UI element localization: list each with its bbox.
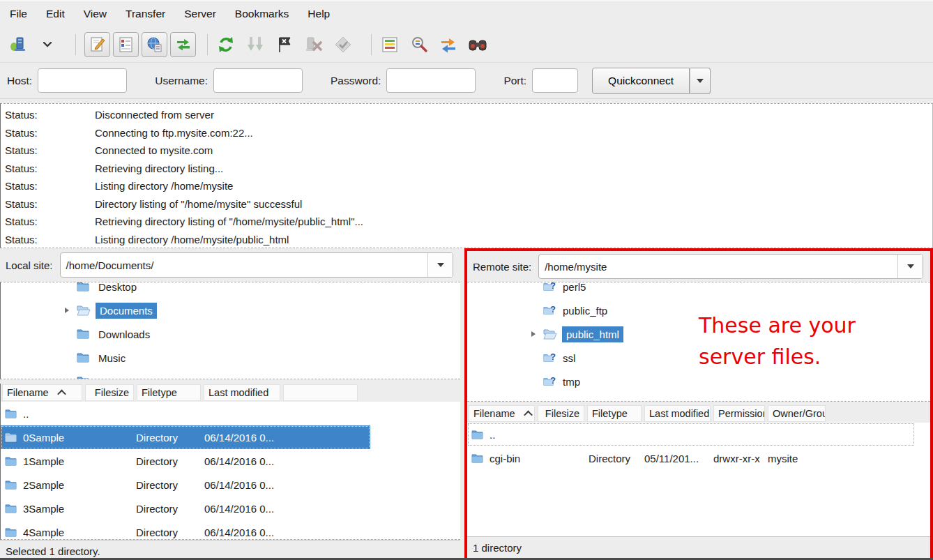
disconnect-button[interactable] xyxy=(304,34,324,55)
site-manager-dropdown-button[interactable] xyxy=(38,34,57,55)
password-input[interactable] xyxy=(386,68,476,93)
column-header-last-modified[interactable]: Last modified xyxy=(204,384,280,401)
menu-file[interactable]: File xyxy=(10,8,27,20)
tree-item-perl5[interactable]: ? perl5 xyxy=(467,282,930,298)
file-modified: 06/14/2016 0... xyxy=(204,432,295,444)
log-status-label: Status: xyxy=(5,234,95,245)
host-label: Host: xyxy=(7,75,32,87)
tree-item-label: public_ftp xyxy=(559,303,612,319)
menu-help[interactable]: Help xyxy=(308,8,330,20)
column-header-filename[interactable]: Filename xyxy=(469,405,535,422)
table-row[interactable]: 4Sample Directory 06/14/2016 0... xyxy=(1,520,370,540)
column-header-filetype[interactable]: Filetype xyxy=(587,405,642,422)
tree-item-label: Music xyxy=(94,350,130,366)
table-row-up[interactable]: .. xyxy=(1,402,370,425)
remote-status-text: 1 directory xyxy=(473,542,522,554)
tree-item-label: Documents xyxy=(96,303,157,319)
column-header-empty[interactable] xyxy=(283,384,358,401)
menu-bookmarks[interactable]: Bookmarks xyxy=(235,8,289,20)
local-site-label: Local site: xyxy=(6,259,53,271)
table-row[interactable]: cgi-bin Directory 05/11/201... drwxr-xr-… xyxy=(467,446,915,470)
remote-panel: Remote site: /home/mysite ? perl5 xyxy=(467,251,930,559)
quickconnect-dropdown-button[interactable] xyxy=(690,68,711,94)
tree-item-clipped[interactable]: O... xyxy=(1,370,460,379)
toolbar-separator xyxy=(75,34,76,55)
message-log[interactable]: Status: Disconnected from server Status:… xyxy=(0,103,933,248)
process-queue-button[interactable] xyxy=(245,34,265,55)
port-label: Port: xyxy=(503,75,526,87)
filezilla-window: File Edit View Transfer Server Bookmarks… xyxy=(0,0,933,560)
column-header-filename[interactable]: Filename xyxy=(2,384,82,401)
cancel-operation-button[interactable] xyxy=(275,34,294,55)
directory-comparison-button[interactable] xyxy=(409,34,429,55)
file-name: .. xyxy=(490,429,541,441)
menu-view[interactable]: View xyxy=(84,8,107,20)
remote-site-dropdown-button[interactable] xyxy=(897,255,923,278)
tree-item-documents[interactable]: Documents xyxy=(1,298,460,322)
toggle-transfer-queue-button[interactable] xyxy=(170,32,196,57)
menu-edit[interactable]: Edit xyxy=(46,8,65,20)
toggle-remote-tree-button[interactable] xyxy=(142,32,167,57)
column-header-filesize[interactable]: Filesize xyxy=(538,405,584,422)
reconnect-icon xyxy=(334,36,352,54)
file-type: Directory xyxy=(589,453,644,464)
log-message: Disconnected from server xyxy=(95,109,214,121)
table-row[interactable]: 1Sample Directory 06/14/2016 0... xyxy=(1,449,370,473)
tree-item-desktop[interactable]: Desktop xyxy=(1,282,460,298)
menu-transfer[interactable]: Transfer xyxy=(126,8,165,20)
column-header-permissions[interactable]: Permissions xyxy=(713,405,765,422)
question-folder-icon: ? xyxy=(543,354,554,363)
site-manager-button[interactable] xyxy=(8,34,28,55)
question-folder-icon: ? xyxy=(543,306,554,315)
column-header-filetype[interactable]: Filetype xyxy=(137,384,201,401)
local-site-combo[interactable]: /home/Documents/ xyxy=(60,252,453,278)
file-owner-group: mysite xyxy=(768,453,824,464)
log-status-label: Status: xyxy=(5,198,95,210)
tree-item-music[interactable]: Music xyxy=(1,346,460,370)
port-input[interactable] xyxy=(532,68,578,93)
log-message: Retrieving directory listing... xyxy=(95,162,223,174)
tree-item-tmp[interactable]: ? tmp xyxy=(467,370,930,393)
process-queue-icon xyxy=(247,36,264,54)
log-row: Status: Connecting to ftp.mysite.com:22.… xyxy=(5,124,932,142)
find-files-button[interactable] xyxy=(468,34,487,55)
table-row[interactable]: 3Sample Directory 06/14/2016 0... xyxy=(1,497,370,520)
expander-icon[interactable] xyxy=(65,308,77,313)
table-row-up[interactable]: .. xyxy=(467,423,915,446)
local-site-dropdown-button[interactable] xyxy=(427,253,453,277)
toggle-local-tree-button[interactable] xyxy=(113,32,139,57)
username-input[interactable] xyxy=(213,68,303,93)
local-directory-tree[interactable]: Desktop Documents Downloads xyxy=(0,282,460,379)
quickconnect-button[interactable]: Quickconnect xyxy=(592,68,690,94)
transfer-queue-icon xyxy=(174,34,193,55)
username-label: Username: xyxy=(155,75,208,87)
column-header-filesize[interactable]: Filesize xyxy=(85,384,134,401)
message-log-icon xyxy=(88,34,107,55)
tree-item-label: tmp xyxy=(559,374,584,390)
log-row: Status: Listing directory /home/mysite xyxy=(5,177,932,195)
toggle-message-log-button[interactable] xyxy=(84,32,110,57)
synchronized-browsing-button[interactable] xyxy=(439,34,458,55)
local-tree-icon xyxy=(116,34,136,55)
column-header-owner-group[interactable]: Owner/Group xyxy=(768,405,826,422)
question-folder-icon: ? xyxy=(543,377,554,386)
open-folder-icon xyxy=(77,305,91,316)
remote-status-bar: 1 directory xyxy=(467,536,930,559)
folder-icon xyxy=(5,433,23,442)
table-row[interactable]: 0Sample Directory 06/14/2016 0... xyxy=(1,425,370,449)
menu-server[interactable]: Server xyxy=(184,8,216,20)
remote-site-combo[interactable]: /home/mysite xyxy=(538,254,923,279)
refresh-button[interactable] xyxy=(216,34,236,55)
reconnect-button[interactable] xyxy=(333,34,353,55)
remote-site-row: Remote site: /home/mysite xyxy=(467,251,930,282)
log-row: Status: Listing directory /home/mysite/p… xyxy=(5,231,932,249)
tree-item-downloads[interactable]: Downloads xyxy=(1,322,460,346)
expander-icon[interactable] xyxy=(531,331,543,337)
column-header-last-modified[interactable]: Last modified xyxy=(644,405,711,422)
local-file-list[interactable]: .. 0Sample Directory 06/14/2016 0... 1Sa… xyxy=(0,402,460,540)
host-input[interactable] xyxy=(38,68,127,93)
table-row[interactable]: 2Sample Directory 06/14/2016 0... xyxy=(1,473,370,497)
filter-button[interactable] xyxy=(380,34,400,55)
annotation-line: server files. xyxy=(699,341,856,372)
remote-file-list[interactable]: .. cgi-bin Directory 05/11/201... drwxr-… xyxy=(467,423,930,536)
